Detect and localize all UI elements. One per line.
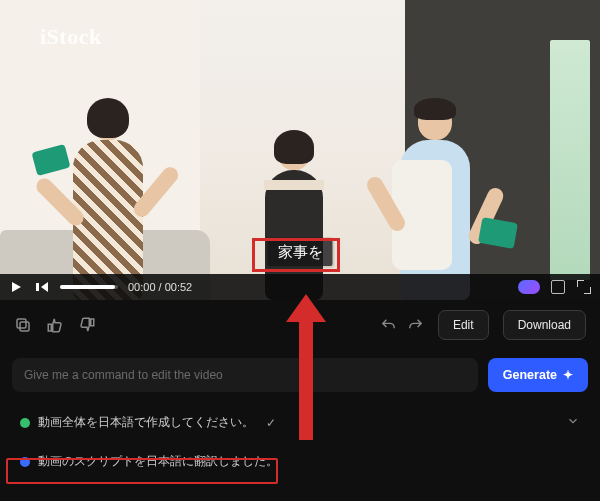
- svg-rect-1: [17, 319, 26, 328]
- command-row: Generate✦: [0, 350, 600, 400]
- volume-icon: [36, 283, 39, 291]
- video-caption: 家事を: [268, 239, 333, 266]
- video-player[interactable]: iStock: [0, 0, 600, 300]
- redo-icon: [407, 317, 424, 334]
- volume-button[interactable]: [34, 279, 50, 295]
- play-icon: [12, 282, 21, 292]
- pip-icon: [551, 280, 565, 294]
- history-text: 動画全体を日本語で作成してください。: [38, 414, 254, 431]
- play-button[interactable]: [8, 279, 24, 295]
- check-icon: ✓: [266, 416, 276, 430]
- thumbs-up-button[interactable]: [46, 316, 64, 334]
- history-text: 動画のスクリプトを日本語に翻訳しました。: [38, 453, 278, 470]
- history-item[interactable]: 動画全体を日本語で作成してください。 ✓: [12, 406, 588, 439]
- fullscreen-button[interactable]: [576, 279, 592, 295]
- copy-icon: [14, 316, 32, 334]
- fullscreen-icon: [577, 280, 591, 294]
- redo-button[interactable]: [407, 317, 424, 334]
- thumbs-up-icon: [46, 316, 64, 334]
- pip-button[interactable]: [550, 279, 566, 295]
- sparkle-icon: ✦: [563, 368, 573, 382]
- generate-button[interactable]: Generate✦: [488, 358, 588, 392]
- status-dot-icon: [20, 418, 30, 428]
- status-dot-icon: [20, 457, 30, 467]
- reaction-icon[interactable]: [518, 280, 540, 294]
- history-list: 動画全体を日本語で作成してください。 ✓ 動画のスクリプトを日本語に翻訳しました…: [0, 400, 600, 488]
- thumbs-down-icon: [78, 316, 96, 334]
- edit-button[interactable]: Edit: [438, 310, 489, 340]
- volume-slider[interactable]: [60, 285, 118, 289]
- undo-icon: [380, 317, 397, 334]
- undo-button[interactable]: [380, 317, 397, 334]
- command-input[interactable]: [12, 358, 478, 392]
- history-item[interactable]: 動画のスクリプトを日本語に翻訳しました。: [12, 445, 588, 478]
- copy-button[interactable]: [14, 316, 32, 334]
- download-button[interactable]: Download: [503, 310, 586, 340]
- thumbs-down-button[interactable]: [78, 316, 96, 334]
- video-controls: 00:00 / 00:52: [0, 274, 600, 300]
- time-display: 00:00 / 00:52: [128, 281, 192, 293]
- stock-watermark: iStock: [40, 24, 102, 50]
- video-frame: iStock: [0, 0, 600, 300]
- chevron-down-icon[interactable]: [566, 414, 580, 431]
- action-row: Edit Download: [0, 300, 600, 350]
- svg-rect-0: [20, 322, 29, 331]
